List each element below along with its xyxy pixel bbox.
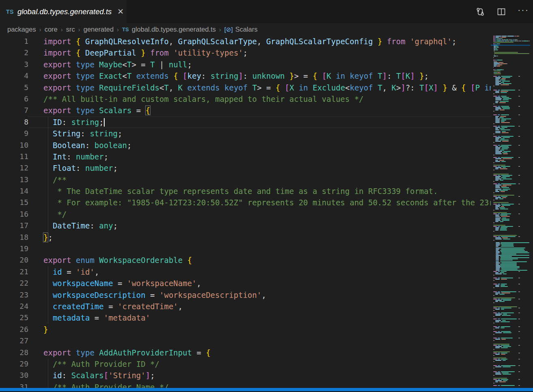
- line-number[interactable]: 10: [0, 140, 28, 151]
- code-line[interactable]: 22 workspaceName = 'workspaceName',: [0, 278, 491, 289]
- code-token: Exact: [99, 71, 122, 80]
- code-token: {: [187, 256, 192, 265]
- line-number[interactable]: 15: [0, 197, 28, 208]
- minimap-row-segment: [493, 181, 494, 182]
- breadcrumb-item-src[interactable]: src: [66, 26, 75, 33]
- minimap-row-segment: [495, 374, 501, 375]
- line-number[interactable]: 14: [0, 185, 28, 197]
- code-token: [71, 37, 76, 46]
- code-line[interactable]: 24 createdTime = 'createdTime',: [0, 301, 491, 312]
- code-line[interactable]: 21 id = 'id',: [0, 266, 491, 278]
- code-line[interactable]: 5export type RequireFields<T, K extends …: [0, 82, 491, 93]
- chevron-right-icon: ›: [78, 26, 80, 33]
- code-line[interactable]: 31 /** Auth Provider Name */: [0, 381, 491, 388]
- code-line[interactable]: 20export enum WorkspaceOrderable {: [0, 254, 491, 266]
- line-number[interactable]: 17: [0, 220, 28, 231]
- more-actions-icon[interactable]: ···: [518, 8, 529, 15]
- minimap-row-segment: [493, 302, 494, 303]
- line-number[interactable]: 12: [0, 162, 28, 174]
- code-line[interactable]: 17 DateTime: any;: [0, 220, 491, 231]
- code-line[interactable]: 9 String: string;: [0, 128, 491, 139]
- minimap-row-segment: [498, 353, 500, 353]
- code-token: ;: [150, 371, 155, 380]
- line-number[interactable]: 23: [0, 289, 28, 301]
- line-number[interactable]: 24: [0, 301, 28, 312]
- code-token: [71, 256, 76, 265]
- code-line[interactable]: 27: [0, 335, 491, 347]
- code-line[interactable]: 15 * For example: "1985-04-12T23:20:50.5…: [0, 197, 491, 208]
- code-line[interactable]: 2import { DeepPartial } from 'utility-ty…: [0, 47, 491, 58]
- tab-global-db-types-generated[interactable]: TS global.db.types.generated.ts ✕: [0, 0, 127, 23]
- indent-guide: [48, 117, 48, 127]
- minimap-row-segment: [518, 353, 520, 353]
- minimap-row-segment: [495, 339, 500, 340]
- code-line[interactable]: 11 Int: number;: [0, 151, 491, 162]
- code-line[interactable]: 14 * The DateTime scalar type represents…: [0, 185, 491, 197]
- code-line[interactable]: 1import { GraphQLResolveInfo, GraphQLSca…: [0, 36, 491, 47]
- code-line[interactable]: 8 ID: string;: [0, 116, 491, 128]
- code-line[interactable]: 12 Float: number;: [0, 162, 491, 174]
- close-tab-icon[interactable]: ✕: [117, 8, 124, 15]
- breadcrumb-item-file[interactable]: global.db.types.generated.ts: [132, 26, 216, 33]
- code-line[interactable]: 13 /**: [0, 174, 491, 185]
- line-number[interactable]: 25: [0, 312, 28, 323]
- line-number[interactable]: 20: [0, 254, 28, 266]
- line-number[interactable]: 21: [0, 266, 28, 278]
- line-number[interactable]: 3: [0, 59, 28, 70]
- line-number[interactable]: 8: [0, 116, 28, 128]
- code-line[interactable]: 23 workspaceDescription = 'workspaceDesc…: [0, 289, 491, 301]
- code-line[interactable]: 29 /** Auth Provider ID */: [0, 358, 491, 370]
- minimap-row-segment: [493, 326, 497, 327]
- line-number[interactable]: 18: [0, 232, 28, 243]
- minimap-row-segment: [493, 204, 497, 205]
- line-number[interactable]: 27: [0, 335, 28, 347]
- line-number[interactable]: 13: [0, 174, 28, 185]
- minimap-row-segment: [501, 286, 508, 287]
- minimap-row-segment: [497, 41, 501, 41]
- line-number[interactable]: 5: [0, 82, 28, 93]
- line-number[interactable]: 7: [0, 105, 28, 116]
- code-line[interactable]: 7export type Scalars = {: [0, 105, 491, 116]
- line-number[interactable]: 28: [0, 347, 28, 358]
- code-line[interactable]: 3export type Maybe<T> = T | null;: [0, 59, 491, 70]
- code-line[interactable]: 30 id: Scalars['String'];: [0, 370, 491, 381]
- breadcrumb-item-packages[interactable]: packages: [7, 26, 36, 33]
- line-number[interactable]: 30: [0, 370, 28, 381]
- code-line[interactable]: 26}: [0, 324, 491, 335]
- split-editor-icon[interactable]: [496, 7, 506, 17]
- minimap-row-segment: [495, 80, 499, 80]
- code-line[interactable]: 18};: [0, 232, 491, 243]
- line-number[interactable]: 16: [0, 209, 28, 220]
- line-number[interactable]: 22: [0, 278, 28, 289]
- code-line[interactable]: 10 Boolean: boolean;: [0, 140, 491, 151]
- line-number[interactable]: 26: [0, 324, 28, 335]
- line-number[interactable]: 19: [0, 243, 28, 254]
- code-line[interactable]: 28export type AddAuthProviderInput = {: [0, 347, 491, 358]
- code-line[interactable]: 25 metadata = 'metadata': [0, 312, 491, 323]
- code-line[interactable]: 16 */: [0, 209, 491, 220]
- open-changes-icon[interactable]: [475, 7, 485, 17]
- code-line[interactable]: 6/** All built-in and custom scalars, ma…: [0, 93, 491, 105]
- line-number[interactable]: 6: [0, 93, 28, 105]
- code-line[interactable]: 4export type Exact<T extends { [key: str…: [0, 70, 491, 82]
- minimap-row-segment: [495, 293, 500, 293]
- line-number[interactable]: 4: [0, 70, 28, 82]
- minimap-row-segment: [493, 39, 495, 40]
- code-token: [247, 83, 252, 92]
- code-area[interactable]: 1import { GraphQLResolveInfo, GraphQLSca…: [0, 36, 491, 388]
- line-number[interactable]: 9: [0, 128, 28, 139]
- breadcrumb-item-symbol[interactable]: Scalars: [235, 26, 258, 33]
- code-line[interactable]: 19: [0, 243, 491, 254]
- minimap-row-segment: [501, 136, 514, 137]
- line-number[interactable]: 11: [0, 151, 28, 162]
- line-number[interactable]: 31: [0, 381, 28, 388]
- line-number[interactable]: 29: [0, 358, 28, 370]
- minimap-row-segment: [493, 157, 497, 158]
- line-number[interactable]: 2: [0, 47, 28, 58]
- minimap[interactable]: [491, 36, 530, 388]
- line-number[interactable]: 1: [0, 36, 28, 47]
- breadcrumb-item-generated[interactable]: generated: [84, 26, 114, 33]
- minimap-row-segment: [495, 160, 498, 161]
- minimap-row-segment: [495, 360, 501, 361]
- breadcrumb-item-core[interactable]: core: [45, 26, 58, 33]
